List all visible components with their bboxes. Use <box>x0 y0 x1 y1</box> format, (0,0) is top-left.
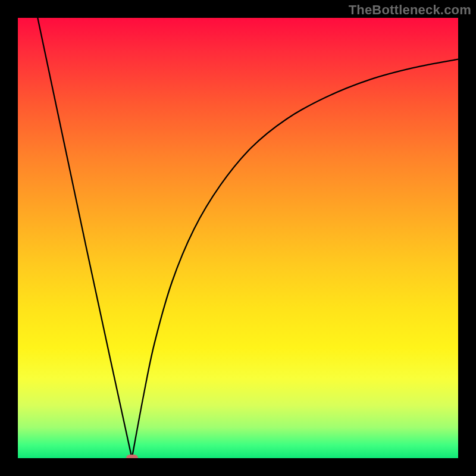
watermark-text: TheBottleneck.com <box>349 2 471 18</box>
plot-area <box>18 18 458 458</box>
minimum-marker <box>126 455 138 458</box>
chart-frame: TheBottleneck.com <box>0 0 476 476</box>
bottleneck-curve <box>18 18 458 458</box>
curve-path <box>37 18 458 458</box>
